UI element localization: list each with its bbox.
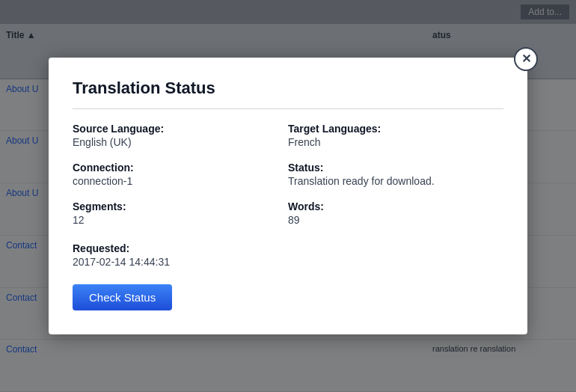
target-languages-label: Target Languages:: [288, 123, 503, 135]
status-label: Status:: [288, 162, 503, 174]
requested-value: 2017-02-14 14:44:31: [73, 256, 170, 268]
source-language-label: Source Language:: [73, 123, 288, 135]
words-field: Words: 89: [288, 200, 503, 226]
modal-overlay: ✕ Translation Status Source Language: En…: [0, 0, 576, 392]
requested-label: Requested:: [73, 242, 503, 254]
words-value: 89: [288, 214, 300, 226]
modal-title: Translation Status: [73, 79, 503, 109]
target-languages-field: Target Languages: French: [288, 123, 503, 148]
connection-field: Connection: connection-1: [73, 162, 288, 187]
modal-fields-grid: Source Language: English (UK) Target Lan…: [73, 123, 503, 239]
segments-field: Segments: 12: [73, 200, 288, 226]
target-languages-value: French: [288, 136, 321, 148]
source-language-field: Source Language: English (UK): [73, 123, 288, 148]
connection-value: connection-1: [73, 175, 132, 187]
status-value: Translation ready for download.: [288, 175, 435, 187]
connection-label: Connection:: [73, 162, 288, 174]
words-label: Words:: [288, 200, 503, 212]
translation-status-modal: ✕ Translation Status Source Language: En…: [49, 58, 527, 334]
close-button[interactable]: ✕: [514, 47, 538, 71]
source-language-value: English (UK): [73, 136, 132, 148]
requested-field: Requested: 2017-02-14 14:44:31: [73, 242, 503, 268]
status-field: Status: Translation ready for download.: [288, 162, 503, 187]
check-status-button[interactable]: Check Status: [73, 284, 172, 310]
segments-label: Segments:: [73, 200, 288, 212]
segments-value: 12: [73, 214, 85, 226]
